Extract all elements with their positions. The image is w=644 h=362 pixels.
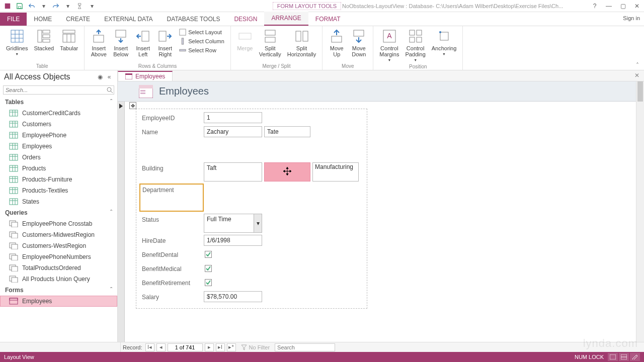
nav-table-item[interactable]: Products-Textiles xyxy=(0,185,117,196)
filter-indicator[interactable]: No Filter xyxy=(238,344,273,350)
vertical-scrollbar[interactable] xyxy=(636,81,644,342)
label-name[interactable]: Name xyxy=(139,126,204,138)
select-row-button[interactable]: Select Row xyxy=(177,46,226,54)
field-department-value[interactable]: Manufacturing xyxy=(312,162,359,182)
nav-group-tables[interactable]: Tablesˆ xyxy=(0,97,117,108)
scrollbar-thumb[interactable] xyxy=(637,81,643,102)
navpane-search-input[interactable] xyxy=(3,85,114,95)
checkbox-benefit-dental[interactable] xyxy=(205,251,212,258)
split-horizontally-button[interactable]: Split Horizontally xyxy=(285,27,318,58)
save-icon[interactable] xyxy=(14,1,25,11)
next-record-button[interactable]: ▸ xyxy=(205,343,214,351)
label-benefit-retirement[interactable]: BenefitRetirement xyxy=(139,277,204,289)
drop-target-cell[interactable] xyxy=(264,162,310,182)
select-layout-button[interactable]: Select Layout xyxy=(177,28,226,36)
format-painter-icon[interactable] xyxy=(74,1,86,11)
insert-below-button[interactable]: Insert Below xyxy=(111,27,131,58)
tab-home[interactable]: HOME xyxy=(27,13,59,26)
tab-format[interactable]: FORMAT xyxy=(308,13,348,26)
record-search-input[interactable] xyxy=(275,343,335,351)
label-status[interactable]: Status xyxy=(139,214,204,226)
tab-design[interactable]: DESIGN xyxy=(227,13,264,26)
move-down-button[interactable]: Move Down xyxy=(349,27,369,58)
qat-customize-icon[interactable]: ▾ xyxy=(87,1,98,11)
label-hire-date[interactable]: HireDate xyxy=(139,235,204,247)
label-department[interactable]: Department xyxy=(139,184,204,212)
nav-group-queries[interactable]: Queriesˆ xyxy=(0,207,117,218)
nav-table-item[interactable]: Products-Furniture xyxy=(0,174,117,185)
control-margins-button[interactable]: AControl Margins▼ xyxy=(377,27,401,63)
label-building[interactable]: Building xyxy=(139,162,204,174)
nav-table-item[interactable]: Employees xyxy=(0,141,117,152)
first-record-button[interactable]: I◂ xyxy=(145,343,154,351)
field-hire-date[interactable]: 1/6/1998 xyxy=(204,235,262,246)
tab-create[interactable]: CREATE xyxy=(59,13,97,26)
tab-external-data[interactable]: EXTERNAL DATA xyxy=(97,13,159,26)
nav-query-item[interactable]: EmployeePhoneNumbers xyxy=(0,251,117,262)
record-position-input[interactable] xyxy=(168,343,203,351)
prev-record-button[interactable]: ◂ xyxy=(156,343,166,351)
stacked-button[interactable]: Stacked xyxy=(32,27,56,52)
nav-table-item[interactable]: Products xyxy=(0,163,117,174)
tab-arrange[interactable]: ARRANGE xyxy=(264,12,308,26)
label-benefit-medical[interactable]: BenefitMedical xyxy=(139,263,204,275)
redo-dropdown-icon[interactable]: ▾ xyxy=(62,1,73,11)
design-view-button[interactable] xyxy=(630,353,640,361)
nav-table-item[interactable]: CustomerCreditCards xyxy=(0,108,117,119)
move-up-button[interactable]: Move Up xyxy=(327,27,347,58)
doc-tab-employees[interactable]: Employees xyxy=(118,71,173,81)
dropdown-icon[interactable]: ▾ xyxy=(254,214,262,232)
navpane-collapse-icon[interactable]: « xyxy=(105,73,113,81)
control-padding-button[interactable]: Control Padding▼ xyxy=(403,27,427,63)
close-document-icon[interactable]: ✕ xyxy=(633,71,641,79)
tab-database-tools[interactable]: DATABASE TOOLS xyxy=(160,13,227,26)
field-first-name[interactable]: Zachary xyxy=(204,126,262,137)
insert-above-button[interactable]: Insert Above xyxy=(89,27,109,58)
field-employee-id[interactable]: 1 xyxy=(204,112,262,123)
nav-query-item[interactable]: All Products Union Query xyxy=(0,274,117,285)
navpane-dropdown-icon[interactable]: ◉ xyxy=(96,73,104,81)
field-status[interactable]: Full Time▾ xyxy=(204,214,262,233)
tabular-button[interactable]: Tabular xyxy=(58,27,80,52)
nav-form-item[interactable]: Employees xyxy=(0,296,117,307)
new-record-button[interactable]: ▸* xyxy=(227,343,236,351)
label-salary[interactable]: Salary xyxy=(139,291,204,303)
undo-icon[interactable] xyxy=(26,1,37,11)
anchoring-button[interactable]: Anchoring▼ xyxy=(430,27,459,57)
insert-left-button[interactable]: Insert Left xyxy=(133,27,153,58)
checkbox-benefit-retirement[interactable] xyxy=(205,279,212,286)
nav-query-item[interactable]: Customers-WestRegion xyxy=(0,240,117,251)
gridlines-button[interactable]: Gridlines▼ xyxy=(4,27,30,57)
nav-query-item[interactable]: Customers-MidwestRegion xyxy=(0,229,117,240)
record-selector[interactable] xyxy=(118,102,125,342)
form-layout-grid[interactable]: ✥ EmployeeID 1 Name Zachary Tate Buildin… xyxy=(136,109,367,309)
nav-table-item[interactable]: Orders xyxy=(0,152,117,163)
nav-query-item[interactable]: EmployeePhone Crosstab xyxy=(0,218,117,229)
undo-dropdown-icon[interactable]: ▾ xyxy=(38,1,49,11)
checkbox-benefit-medical[interactable] xyxy=(205,265,212,272)
maximize-icon[interactable]: ▢ xyxy=(616,1,630,11)
select-column-button[interactable]: Select Column xyxy=(177,37,226,45)
redo-icon[interactable] xyxy=(50,1,61,11)
field-salary[interactable]: $78,570.00 xyxy=(204,291,262,302)
tab-file[interactable]: FILE xyxy=(0,13,27,26)
sign-in-link[interactable]: Sign in xyxy=(623,15,640,21)
field-building[interactable]: Taft xyxy=(204,162,262,182)
insert-right-button[interactable]: Insert Right xyxy=(155,27,175,58)
navpane-header[interactable]: All Access Objects ◉ « xyxy=(0,70,117,83)
access-app-icon[interactable] xyxy=(2,1,13,11)
nav-table-item[interactable]: Customers xyxy=(0,119,117,130)
last-record-button[interactable]: ▸I xyxy=(216,343,225,351)
nav-table-item[interactable]: States xyxy=(0,196,117,207)
close-icon[interactable]: ✕ xyxy=(630,1,644,11)
layout-view-button[interactable] xyxy=(619,353,629,361)
form-view-button[interactable] xyxy=(608,353,618,361)
collapse-ribbon-icon[interactable]: ˄ xyxy=(633,62,642,69)
nav-query-item[interactable]: TotalProductsOrdered xyxy=(0,262,117,274)
field-last-name[interactable]: Tate xyxy=(264,126,310,137)
layout-select-handle-icon[interactable]: ✥ xyxy=(129,102,136,109)
minimize-icon[interactable]: — xyxy=(602,1,616,11)
label-employee-id[interactable]: EmployeeID xyxy=(139,112,204,124)
search-icon[interactable] xyxy=(106,86,113,94)
help-icon[interactable]: ? xyxy=(588,1,602,11)
